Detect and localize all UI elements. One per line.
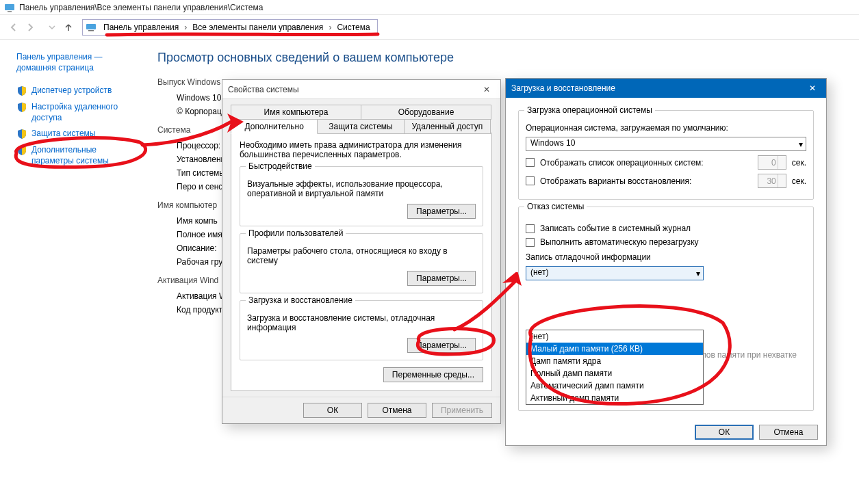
sidebar-item-protection[interactable]: Защита системы [16, 126, 137, 142]
dropdown-option[interactable]: Активный дамп памяти [526, 392, 703, 404]
tab-advanced[interactable]: Дополнительно [231, 119, 318, 134]
dropdown-option[interactable]: Автоматический дамп памяти [526, 380, 703, 392]
tab-protection[interactable]: Защита системы [317, 119, 404, 134]
dropdown-option[interactable]: (нет) [526, 330, 703, 343]
group-desc: Параметры рабочего стола, относящиеся ко… [247, 246, 476, 265]
navbar: Панель управления › Все элементы панели … [0, 15, 859, 40]
shield-icon [16, 145, 27, 156]
default-os-label: Операционная система, загружаемая по умо… [526, 123, 806, 133]
nav-up[interactable] [60, 19, 77, 36]
sidebar-home[interactable]: Панель управления — домашняя страница [16, 49, 137, 76]
spinner-value: 0 [771, 158, 776, 168]
sidebar-item-label: Дополнительные параметры системы [31, 145, 137, 166]
ok-button[interactable]: ОК [303, 403, 362, 418]
dropdown-option-selected[interactable]: Малый дамп памяти (256 КВ) [526, 343, 703, 355]
group-legend: Профили пользователей [246, 228, 346, 238]
default-os-value: Windows 10 [530, 138, 575, 148]
sidebar: Панель управления — домашняя страница Ди… [0, 40, 144, 504]
sidebar-item-label: Защита системы [31, 129, 95, 140]
dialog-system-properties: Свойства системы ✕ Имя компьютера Оборуд… [222, 79, 501, 424]
tab-remote[interactable]: Удаленный доступ [404, 119, 491, 134]
svg-rect-1 [8, 11, 12, 12]
close-button[interactable]: ✕ [478, 85, 495, 94]
checkbox-os-list[interactable] [526, 158, 535, 167]
shield-icon [16, 85, 27, 96]
tab-computer-name[interactable]: Имя компьютера [231, 105, 361, 120]
breadcrumb-2[interactable]: Все элементы панели управления [188, 23, 327, 32]
chevron-right-icon[interactable]: › [327, 23, 333, 32]
unit-sec: сек. [792, 176, 806, 186]
tab-advanced-pane: Необходимо иметь права администратора дл… [231, 133, 492, 391]
group-legend: Быстродействие [246, 161, 315, 171]
window-titlebar: Панель управления\Все элементы панели уп… [0, 0, 859, 15]
chevron-down-icon: ▾ [799, 140, 803, 149]
system-icon [4, 2, 15, 13]
group-startup-recovery: Загрузка и восстановление Загрузка и вос… [240, 300, 483, 360]
window-title: Панель управления\Все элементы панели уп… [19, 3, 263, 12]
profiles-settings-button[interactable]: Параметры... [407, 271, 476, 286]
performance-settings-button[interactable]: Параметры... [407, 204, 476, 219]
dialog-title: Загрузка и восстановление [511, 83, 615, 93]
address-bar[interactable]: Панель управления › Все элементы панели … [82, 19, 378, 36]
ok-button[interactable]: ОК [695, 425, 754, 440]
sidebar-item-label: Настройка удаленного доступа [31, 102, 137, 123]
shield-icon [16, 129, 27, 140]
tabstrip: Имя компьютера Оборудование Дополнительн… [231, 105, 492, 133]
checkbox-auto-reboot-label: Выполнить автоматическую перезагрузку [540, 237, 699, 247]
checkbox-os-list-label: Отображать список операционных систем: [540, 158, 752, 168]
group-legend: Загрузка операционной системы [524, 105, 655, 115]
nav-forward[interactable] [22, 19, 38, 36]
breadcrumb-1[interactable]: Панель управления [99, 23, 183, 32]
close-button[interactable]: ✕ [804, 83, 821, 93]
admin-note: Необходимо иметь права администратора дл… [240, 140, 483, 159]
chevron-down-icon: ▾ [696, 269, 700, 278]
dialog-titlebar[interactable]: Свойства системы ✕ [222, 80, 500, 99]
group-desc: Визуальные эффекты, использование процес… [247, 179, 476, 198]
checkbox-log-event[interactable] [526, 224, 535, 233]
group-profiles: Профили пользователей Параметры рабочего… [240, 233, 483, 293]
group-legend: Загрузка и восстановление [246, 295, 355, 305]
svg-rect-3 [88, 30, 94, 31]
dump-dropdown-list[interactable]: (нет) Малый дамп памяти (256 КВ) Дамп па… [526, 330, 704, 405]
svg-rect-2 [86, 24, 96, 29]
env-vars-button[interactable]: Переменные среды... [383, 367, 483, 382]
dialog-title: Свойства системы [228, 85, 299, 94]
nav-recent[interactable] [44, 19, 60, 36]
default-os-select[interactable]: Windows 10 ▾ [526, 137, 806, 151]
breadcrumb-3[interactable]: Система [333, 23, 374, 32]
breadcrumb: Панель управления › Все элементы панели … [99, 23, 374, 32]
dialog-titlebar[interactable]: Загрузка и восстановление ✕ [506, 79, 826, 98]
sidebar-item-device-manager[interactable]: Диспетчер устройств [16, 83, 137, 99]
shield-icon [16, 102, 27, 113]
apply-button[interactable]: Применить [432, 403, 492, 418]
page-title: Просмотр основных сведений о вашем компь… [157, 51, 845, 65]
checkbox-recovery-list[interactable] [526, 176, 535, 185]
sidebar-item-label: Диспетчер устройств [31, 85, 112, 96]
dropdown-option[interactable]: Дамп памяти ядра [526, 355, 703, 367]
sidebar-home-label: Панель управления — домашняя страница [16, 52, 137, 73]
sidebar-item-advanced[interactable]: Дополнительные параметры системы [16, 142, 137, 169]
svg-rect-0 [5, 4, 14, 10]
checkbox-auto-reboot[interactable] [526, 238, 535, 247]
unit-sec: сек. [792, 158, 806, 168]
group-performance: Быстродействие Визуальные эффекты, испол… [240, 166, 483, 226]
computer-icon [86, 22, 97, 33]
checkbox-log-event-label: Записать событие в системный журнал [540, 224, 691, 233]
dump-select-value: (нет) [530, 267, 548, 277]
startup-settings-button[interactable]: Параметры... [407, 338, 476, 353]
recovery-seconds[interactable]: 30 [758, 174, 786, 188]
group-desc: Загрузка и восстановление системы, отлад… [247, 313, 476, 332]
os-list-seconds[interactable]: 0 [758, 155, 786, 170]
dropdown-option[interactable]: Полный дамп памяти [526, 367, 703, 380]
cancel-button[interactable]: Отмена [759, 425, 818, 440]
nav-back[interactable] [5, 19, 22, 36]
group-boot: Загрузка операционной системы Операционн… [518, 110, 814, 200]
chevron-right-icon[interactable]: › [183, 23, 188, 32]
sidebar-item-remote[interactable]: Настройка удаленного доступа [16, 99, 137, 126]
checkbox-recovery-label: Отображать варианты восстановления: [540, 176, 752, 186]
tab-hardware[interactable]: Оборудование [361, 105, 491, 120]
cancel-button[interactable]: Отмена [368, 403, 426, 418]
spinner-value: 30 [767, 176, 775, 186]
group-legend: Отказ системы [524, 202, 587, 211]
dump-select[interactable]: (нет) ▾ [526, 266, 704, 280]
